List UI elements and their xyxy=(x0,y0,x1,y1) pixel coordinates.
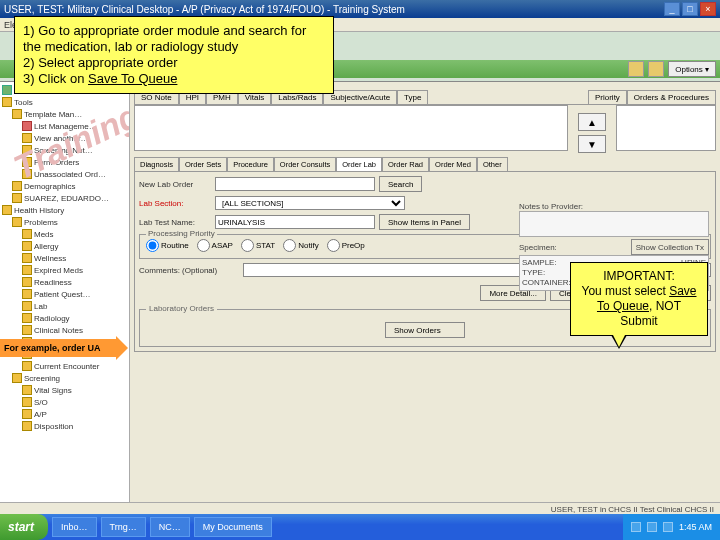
tree-item[interactable]: Disposition xyxy=(2,420,129,432)
lab-search-input[interactable] xyxy=(215,177,375,191)
tree-item-label: Tools xyxy=(14,98,33,107)
show-panel-button[interactable]: Show Items in Panel xyxy=(379,214,470,230)
tree-item[interactable]: Template Man… xyxy=(2,108,129,120)
tree-item[interactable]: Expired Meds xyxy=(2,264,129,276)
tree-item-label: Lab xyxy=(34,302,47,311)
taskbar-item[interactable]: NC… xyxy=(150,517,190,537)
col-orders-procedures: Orders & Procedures xyxy=(627,90,716,104)
sidebar-tree: Training New ResultsToolsTemplate Man…Li… xyxy=(0,82,130,502)
taskbar-item[interactable]: Inbo… xyxy=(52,517,97,537)
folder-icon xyxy=(22,121,32,131)
toolbar-icon[interactable] xyxy=(648,61,664,77)
tree-item[interactable]: Readiness xyxy=(2,276,129,288)
tree-item-label: Current Encounter xyxy=(34,362,99,371)
tree-item-label: Clinical Notes xyxy=(34,326,83,335)
radio-stat[interactable]: STAT xyxy=(241,239,275,252)
tree-item[interactable]: Problems xyxy=(2,216,129,228)
tray-icon[interactable] xyxy=(631,522,641,532)
tab-other[interactable]: Other xyxy=(477,157,508,172)
tab-order-consults[interactable]: Order Consults xyxy=(274,157,336,172)
tree-item[interactable]: View another… xyxy=(2,132,129,144)
radio-preop[interactable]: PreOp xyxy=(327,239,365,252)
radio-routine[interactable]: Routine xyxy=(146,239,189,252)
tree-item[interactable]: Screening xyxy=(2,372,129,384)
folder-icon xyxy=(22,145,32,155)
close-button[interactable]: × xyxy=(700,2,716,16)
taskbar-item[interactable]: My Documents xyxy=(194,517,272,537)
lab-section-label: Lab Section: xyxy=(139,199,211,208)
tree-item[interactable]: Health History xyxy=(2,204,129,216)
example-arrow-callout: For example, order UA xyxy=(0,338,128,358)
tree-item[interactable]: Vital Signs xyxy=(2,384,129,396)
lab-section-select[interactable]: [ALL SECTIONS] xyxy=(215,196,405,210)
tab-procedure[interactable]: Procedure xyxy=(227,157,274,172)
folder-icon xyxy=(22,253,32,263)
tree-item[interactable]: Lab xyxy=(2,300,129,312)
tab-order-rad[interactable]: Order Rad xyxy=(382,157,429,172)
step-3: 3) Click on Save To Queue xyxy=(23,71,325,87)
priority-up-button[interactable]: ▲ xyxy=(578,113,606,131)
radio-asap[interactable]: ASAP xyxy=(197,239,233,252)
folder-icon xyxy=(22,313,32,323)
tree-item[interactable]: SUAREZ, EDUARDO… xyxy=(2,192,129,204)
tree-item-label: Expired Meds xyxy=(34,266,83,275)
folder-icon xyxy=(22,265,32,275)
tree-item[interactable]: Unassociated Ord… xyxy=(2,168,129,180)
dx-list-box xyxy=(134,105,568,151)
tree-item[interactable]: Current Encounter xyxy=(2,360,129,372)
tree-item-label: List Manageme… xyxy=(34,122,97,131)
minimize-button[interactable]: _ xyxy=(664,2,680,16)
processing-priority-label: Processing Priority xyxy=(146,229,217,238)
window-buttons: _ □ × xyxy=(664,2,716,16)
step-1: 1) Go to appropriate order module and se… xyxy=(23,23,325,55)
tab-diagnosis[interactable]: Diagnosis xyxy=(134,157,179,172)
tree-item[interactable]: List Manageme… xyxy=(2,120,129,132)
tree-item-label: Readiness xyxy=(34,278,72,287)
tree-item[interactable]: Clinical Notes xyxy=(2,324,129,336)
tab-order-sets[interactable]: Order Sets xyxy=(179,157,227,172)
laboratory-orders-label: Laboratory Orders xyxy=(146,304,217,313)
tab-order-med[interactable]: Order Med xyxy=(429,157,477,172)
maximize-button[interactable]: □ xyxy=(682,2,698,16)
tree-item[interactable]: Tools xyxy=(2,96,129,108)
tree-item-label: Screening Not… xyxy=(34,146,93,155)
search-button[interactable]: Search xyxy=(379,176,422,192)
radio-notify[interactable]: Notify xyxy=(283,239,318,252)
tree-item-label: Vital Signs xyxy=(34,386,72,395)
priority-down-button[interactable]: ▼ xyxy=(578,135,606,153)
tray-icon[interactable] xyxy=(647,522,657,532)
tray-icon[interactable] xyxy=(663,522,673,532)
options-button[interactable]: Options ▾ xyxy=(668,61,716,77)
tree-item-label: Radiology xyxy=(34,314,70,323)
tree-item[interactable]: Patient Quest… xyxy=(2,288,129,300)
toolbar-right: Options ▾ xyxy=(628,60,716,78)
folder-icon xyxy=(12,181,22,191)
toolbar-icon[interactable] xyxy=(628,61,644,77)
lab-test-name-input[interactable] xyxy=(215,215,375,229)
clock: 1:45 AM xyxy=(679,522,712,532)
tab-order-lab[interactable]: Order Lab xyxy=(336,157,382,172)
show-orders-button[interactable]: Show Orders xyxy=(385,322,465,338)
folder-icon xyxy=(22,229,32,239)
status-text: USER, TEST in CHCS II Test Clinical CHCS… xyxy=(551,505,714,514)
folder-icon xyxy=(22,241,32,251)
tree-item[interactable]: Screening Not… xyxy=(2,144,129,156)
tree-item[interactable]: Demographics xyxy=(2,180,129,192)
tree-item[interactable]: Wellness xyxy=(2,252,129,264)
tree-item[interactable]: A/P xyxy=(2,408,129,420)
tree-item[interactable]: Meds xyxy=(2,228,129,240)
tree-item[interactable]: S/O xyxy=(2,396,129,408)
tree-item-label: Template Man… xyxy=(24,110,82,119)
start-button[interactable]: start xyxy=(0,514,48,540)
tree-item[interactable]: Form Orders xyxy=(2,156,129,168)
show-collection-button[interactable]: Show Collection Tx xyxy=(631,239,709,255)
folder-icon xyxy=(22,277,32,287)
notes-provider-box[interactable] xyxy=(519,211,709,237)
folder-icon xyxy=(12,193,22,203)
tab[interactable]: Type xyxy=(397,90,428,104)
tree-item[interactable]: Radiology xyxy=(2,312,129,324)
taskbar-item[interactable]: Trng… xyxy=(101,517,146,537)
system-tray: 1:45 AM xyxy=(623,514,720,540)
tab[interactable]: Subjective/Acute xyxy=(323,90,397,104)
tree-item[interactable]: Allergy xyxy=(2,240,129,252)
